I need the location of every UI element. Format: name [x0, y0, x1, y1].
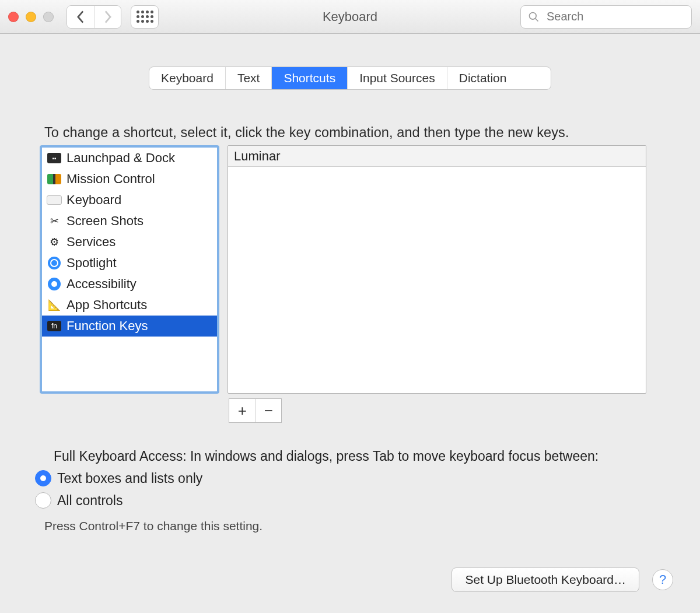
full-keyboard-access-label: Full Keyboard Access: In windows and dia…: [54, 449, 679, 464]
svg-point-0: [530, 12, 537, 19]
fka-option-all-controls[interactable]: All controls: [35, 492, 679, 509]
category-launchpad-dock[interactable]: ▪▪ Launchpad & Dock: [42, 148, 217, 169]
category-label: App Shortcuts: [66, 297, 147, 313]
nav-back-forward: [66, 5, 121, 29]
category-label: Mission Control: [66, 171, 155, 187]
category-keyboard[interactable]: Keyboard: [42, 190, 217, 211]
screen-shots-icon: ✂︎: [47, 213, 62, 229]
svg-line-1: [536, 18, 538, 21]
grid-icon: [136, 10, 153, 23]
category-list[interactable]: ▪▪ Launchpad & Dock Mission Control Keyb…: [40, 145, 219, 394]
category-label: Keyboard: [66, 192, 121, 208]
footer: Set Up Bluetooth Keyboard… ?: [452, 568, 673, 592]
services-icon: ⚙︎: [47, 234, 62, 250]
preferences-panel: Keyboard Text Shortcuts Input Sources Di…: [21, 66, 679, 533]
radio-label: Text boxes and lists only: [57, 471, 202, 486]
add-remove-group: + −: [229, 398, 282, 423]
tab-dictation[interactable]: Dictation: [447, 67, 519, 89]
instruction-text: To change a shortcut, select it, click t…: [44, 125, 679, 141]
titlebar: Keyboard: [0, 0, 700, 34]
search-field[interactable]: [520, 5, 692, 29]
shortcut-lists: ▪▪ Launchpad & Dock Mission Control Keyb…: [21, 145, 679, 394]
show-all-prefs-button[interactable]: [131, 5, 159, 29]
close-window-button[interactable]: [8, 12, 19, 22]
spotlight-icon: [47, 255, 62, 271]
tab-input-sources[interactable]: Input Sources: [348, 67, 447, 89]
radio-button[interactable]: [35, 470, 51, 486]
bluetooth-keyboard-button[interactable]: Set Up Bluetooth Keyboard…: [452, 568, 639, 592]
forward-button[interactable]: [94, 6, 121, 28]
zoom-window-button[interactable]: [43, 12, 54, 22]
shortcut-detail-list[interactable]: Luminar: [228, 145, 646, 394]
category-label: Screen Shots: [66, 213, 144, 229]
accessibility-icon: [47, 276, 62, 292]
fka-option-text-boxes[interactable]: Text boxes and lists only: [35, 470, 679, 486]
remove-button[interactable]: −: [256, 399, 282, 422]
tab-shortcuts[interactable]: Shortcuts: [272, 67, 348, 89]
category-accessibility[interactable]: Accessibility: [42, 274, 217, 295]
category-spotlight[interactable]: Spotlight: [42, 253, 217, 274]
tab-bar: Keyboard Text Shortcuts Input Sources Di…: [149, 66, 551, 90]
radio-button[interactable]: [35, 492, 51, 509]
tab-keyboard[interactable]: Keyboard: [149, 67, 226, 89]
mission-control-icon: [47, 171, 62, 187]
category-label: Function Keys: [66, 318, 148, 334]
help-button[interactable]: ?: [652, 569, 673, 590]
search-icon: [528, 11, 540, 23]
category-app-shortcuts[interactable]: 📐 App Shortcuts: [42, 295, 217, 316]
category-mission-control[interactable]: Mission Control: [42, 169, 217, 190]
category-screen-shots[interactable]: ✂︎ Screen Shots: [42, 211, 217, 232]
window-controls: [8, 12, 54, 22]
function-keys-icon: fn: [47, 318, 62, 334]
category-label: Spotlight: [66, 255, 117, 271]
category-function-keys[interactable]: fn Function Keys: [42, 316, 217, 337]
keyboard-icon: [47, 192, 62, 208]
category-label: Services: [66, 234, 116, 250]
category-label: Accessibility: [66, 276, 136, 292]
detail-header: Luminar: [228, 146, 646, 167]
launchpad-icon: ▪▪: [47, 150, 62, 166]
tab-text[interactable]: Text: [226, 67, 272, 89]
add-button[interactable]: +: [229, 399, 256, 422]
radio-label: All controls: [57, 493, 123, 509]
category-services[interactable]: ⚙︎ Services: [42, 232, 217, 253]
category-label: Launchpad & Dock: [66, 150, 175, 166]
minimize-window-button[interactable]: [26, 12, 36, 22]
search-input[interactable]: [545, 9, 684, 24]
app-shortcuts-icon: 📐: [47, 297, 62, 313]
fka-hint: Press Control+F7 to change this setting.: [44, 519, 679, 533]
back-button[interactable]: [67, 6, 94, 28]
